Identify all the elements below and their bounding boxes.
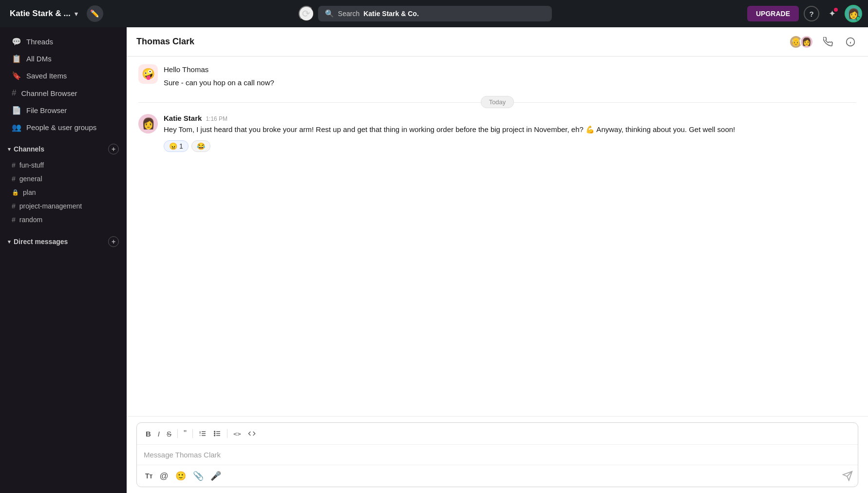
text-format-icon: Tт — [145, 472, 152, 480]
avatar: 👩 — [138, 114, 158, 133]
audio-button[interactable]: 🎤 — [207, 468, 225, 484]
all-dms-icon: 📋 — [12, 54, 21, 63]
notifications-button[interactable]: ✦ — [824, 6, 840, 21]
channel-item-plan[interactable]: 🔒 plan — [4, 186, 123, 199]
sidebar-item-label: Saved Items — [26, 72, 67, 80]
hash-icon: # — [12, 175, 16, 183]
italic-icon: I — [158, 430, 160, 438]
messages-area: 🤪 Hello Thomas Sure - can you hop on a c… — [127, 57, 868, 416]
help-button[interactable]: ? — [804, 6, 819, 21]
sidebar: 💬 Threads 📋 All DMs 🔖 Saved Items # Chan… — [0, 27, 127, 493]
add-reaction-button[interactable]: 😂 — [191, 140, 210, 152]
history-button[interactable]: ⟳ — [299, 6, 314, 21]
lock-icon: 🔒 — [12, 189, 19, 196]
sidebar-item-file-browser[interactable]: 📄 File Browser — [4, 102, 123, 118]
sidebar-item-label: Threads — [26, 38, 53, 46]
hash-icon: # — [12, 202, 16, 210]
sidebar-item-label: All DMs — [26, 55, 52, 63]
reaction-emoji: 😠 — [169, 142, 177, 150]
workspace-name-label: Katie Stark & ... — [10, 9, 71, 19]
message-body: Hello Thomas Sure - can you hop on a cal… — [164, 64, 274, 88]
hash-icon: # — [12, 216, 16, 224]
sidebar-item-label: People & user groups — [26, 123, 96, 132]
channel-item-project-management[interactable]: # project-management — [4, 200, 123, 212]
svg-point-11 — [214, 435, 215, 436]
main-layout: 💬 Threads 📋 All DMs 🔖 Saved Items # Chan… — [0, 27, 868, 493]
message-header: Katie Stark 1:16 PM — [164, 114, 735, 122]
input-bottom-bar: Tт @ 🙂 📎 🎤 — [137, 465, 858, 487]
dm-section-header[interactable]: ▾ Direct messages + — [0, 232, 127, 251]
send-icon — [842, 471, 853, 481]
file-browser-icon: 📄 — [12, 106, 21, 115]
upgrade-button[interactable]: UPGRADE — [747, 6, 799, 21]
reaction-angry[interactable]: 😠 1 — [164, 140, 189, 152]
chat-header-right: 👴 👩 — [789, 34, 858, 50]
phone-icon — [823, 37, 833, 47]
code-icon: <> — [233, 430, 241, 437]
message-text: Sure - can you hop on a call now? — [164, 77, 274, 89]
date-label: Today — [481, 96, 514, 108]
topbar: Katie Stark & ... ▾ ✏️ ⟳ 🔍 Search Katie … — [0, 0, 868, 27]
toolbar-divider — [227, 429, 227, 438]
sidebar-item-all-dms[interactable]: 📋 All DMs — [4, 51, 123, 67]
quote-icon: " — [184, 429, 187, 438]
sidebar-item-saved-items[interactable]: 🔖 Saved Items — [4, 68, 123, 84]
hash-icon: # — [12, 161, 16, 169]
topbar-right: UPGRADE ? ✦ 👩 — [747, 5, 862, 22]
add-reaction-icon: 😂 — [197, 142, 205, 150]
strikethrough-button[interactable]: S — [164, 428, 174, 440]
workspace-chevron-icon: ▾ — [75, 10, 78, 18]
emoji-button[interactable]: 🙂 — [172, 468, 189, 484]
message-input-area: B I S " <> — [127, 416, 868, 493]
ordered-list-button[interactable] — [196, 428, 209, 439]
sidebar-item-label: File Browser — [26, 106, 67, 114]
send-button[interactable] — [842, 471, 853, 481]
channel-name: fun-stuff — [19, 161, 44, 169]
search-bar[interactable]: 🔍 Search Katie Stark & Co. — [318, 6, 552, 21]
channel-name: project-management — [19, 202, 82, 210]
at-icon: @ — [159, 471, 168, 481]
svg-point-10 — [214, 433, 215, 434]
bullet-list-button[interactable] — [210, 428, 224, 439]
attachment-button[interactable]: 📎 — [189, 468, 207, 484]
emoji-icon: 🙂 — [175, 471, 186, 481]
workspace-name-button[interactable]: Katie Stark & ... ▾ — [6, 9, 82, 19]
channel-item-fun-stuff[interactable]: # fun-stuff — [4, 159, 123, 171]
sidebar-item-threads[interactable]: 💬 Threads — [4, 34, 123, 50]
message-time: 1:16 PM — [206, 115, 227, 122]
quote-button[interactable]: " — [181, 427, 189, 440]
bold-icon: B — [146, 430, 151, 438]
message-input[interactable]: Message Thomas Clark — [137, 445, 858, 465]
chat-header: Thomas Clark 👴 👩 — [127, 27, 868, 57]
call-button[interactable] — [820, 34, 836, 50]
compose-button[interactable]: ✏️ — [87, 5, 103, 22]
reaction-count: 1 — [179, 142, 183, 150]
code-button[interactable]: <> — [230, 428, 244, 439]
add-dm-button[interactable]: + — [108, 236, 119, 247]
channel-item-random[interactable]: # random — [4, 213, 123, 226]
channel-name: plan — [23, 189, 36, 196]
info-button[interactable] — [843, 34, 858, 50]
add-channel-button[interactable]: + — [108, 144, 119, 154]
mention-button[interactable]: @ — [156, 469, 171, 484]
reactions: 😠 1 😂 — [164, 140, 735, 152]
bullet-list-icon — [213, 430, 221, 437]
message-body: Katie Stark 1:16 PM Hey Tom, I just hear… — [164, 114, 735, 152]
user-avatar[interactable]: 👩 — [845, 5, 862, 22]
member-avatar-icon: 👴 — [791, 37, 801, 46]
table-row: 👩 Katie Stark 1:16 PM Hey Tom, I just he… — [138, 114, 856, 152]
italic-button[interactable]: I — [155, 428, 163, 440]
message-text: Hey Tom, I just heard that you broke you… — [164, 124, 735, 135]
notification-dot — [834, 8, 838, 12]
sidebar-item-people[interactable]: 👥 People & user groups — [4, 119, 123, 135]
search-icon: 🔍 — [325, 9, 334, 18]
sidebar-item-channel-browser[interactable]: # Channel Browser — [4, 85, 123, 101]
message-sender: Katie Stark — [164, 114, 202, 122]
bold-button[interactable]: B — [143, 428, 154, 440]
channel-item-general[interactable]: # general — [4, 172, 123, 185]
text-format-button[interactable]: Tт — [142, 470, 156, 482]
table-row: 🤪 Hello Thomas Sure - can you hop on a c… — [138, 64, 856, 88]
channels-section-header[interactable]: ▾ Channels + — [0, 140, 127, 158]
search-workspace-label: Katie Stark & Co. — [363, 10, 419, 18]
code-block-button[interactable] — [245, 428, 259, 439]
